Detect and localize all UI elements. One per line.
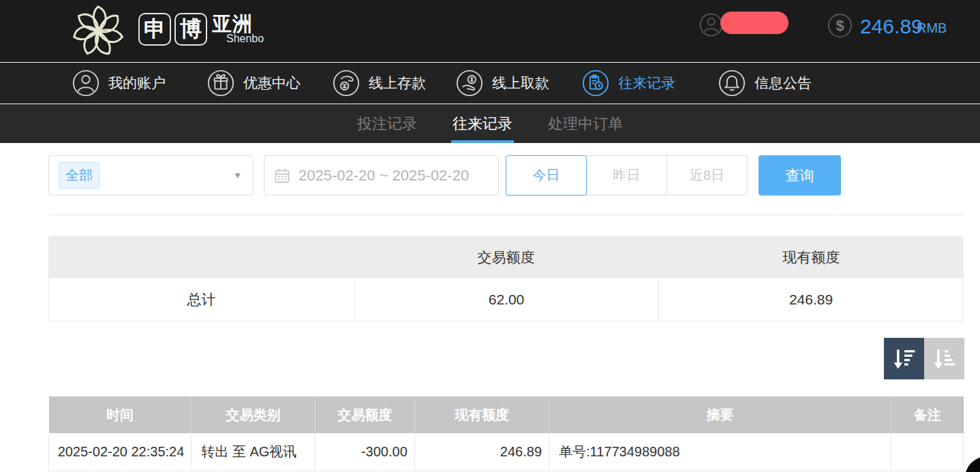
balance-dollar-icon: $ xyxy=(828,14,852,37)
range-yesterday-button[interactable]: 昨日 xyxy=(586,155,667,195)
summary-header-empty xyxy=(48,236,354,278)
cell-time: 2025-02-20 22:35:24 xyxy=(49,433,192,471)
search-button[interactable]: 查询 xyxy=(759,155,841,195)
table-row: 2025-02-20 22:35:24 转出 至 AG视讯 -300.00 24… xyxy=(49,433,964,471)
withdraw-icon xyxy=(455,69,484,97)
tab-betting-records[interactable]: 投注记录 xyxy=(356,104,418,143)
sort-descending-icon xyxy=(892,346,917,372)
col-remark: 备注 xyxy=(891,396,963,433)
date-range-value: 2025-02-20 ~ 2025-02-20 xyxy=(298,167,469,185)
cell-balance: 246.89 xyxy=(414,433,549,471)
summary-balance-total: 246.89 xyxy=(658,278,963,321)
nav-label: 线上存款 xyxy=(369,74,426,93)
brand-flower-icon[interactable] xyxy=(68,2,128,61)
nav-item-promotions[interactable]: 优惠中心 xyxy=(206,63,301,104)
sort-descending-button[interactable] xyxy=(884,338,924,379)
col-type: 交易类别 xyxy=(192,396,315,433)
summary-total-label: 总计 xyxy=(49,278,354,321)
balance-amount[interactable]: 246.89 xyxy=(860,15,923,38)
nav-label: 我的账户 xyxy=(108,74,166,93)
user-icon xyxy=(72,69,100,97)
balance-currency: RMB xyxy=(917,20,947,36)
brand-latin: Shenbo xyxy=(226,33,264,45)
nav-item-my-account[interactable]: 我的账户 xyxy=(72,63,166,104)
record-tabs: 投注记录 往来记录 处理中订单 xyxy=(0,104,980,143)
range-last8days-button[interactable]: 近8日 xyxy=(667,155,748,195)
divider xyxy=(48,215,964,215)
cell-summary: 单号:117734989088 xyxy=(549,433,891,471)
tab-transaction-records[interactable]: 往来记录 xyxy=(451,104,514,143)
date-range-input[interactable]: 2025-02-20 ~ 2025-02-20 xyxy=(264,155,499,195)
quick-range-group: 今日 昨日 近8日 xyxy=(506,155,748,195)
col-balance: 现有额度 xyxy=(414,396,549,433)
col-time: 时间 xyxy=(49,396,192,433)
calendar-icon xyxy=(274,168,290,184)
nav-item-deposit[interactable]: 线上存款 xyxy=(332,63,426,104)
gift-icon xyxy=(206,69,235,97)
brand-char-1: 申 xyxy=(138,13,171,46)
summary-header-row: 交易额度 现有额度 xyxy=(48,236,964,278)
nav-label: 信息公告 xyxy=(754,74,812,93)
type-filter-selected-chip[interactable]: 全部 xyxy=(59,162,99,189)
username-redacted-pill[interactable] xyxy=(720,12,788,34)
cell-type: 转出 至 AG视讯 xyxy=(192,433,315,471)
records-table: 时间 交易类别 交易额度 现有额度 摘要 备注 2025-02-20 22:35… xyxy=(48,396,964,471)
col-amount: 交易额度 xyxy=(315,396,414,433)
range-today-button[interactable]: 今日 xyxy=(506,155,587,195)
summary-header-transaction: 交易额度 xyxy=(354,236,659,278)
page: 申 博 亚洲 Shenbo $ 246.89 RMB 我的账户 xyxy=(0,0,980,472)
nav-item-transaction-records[interactable]: 往来记录 xyxy=(581,63,675,104)
deposit-icon xyxy=(332,69,361,97)
nav-label: 线上取款 xyxy=(492,74,549,93)
bell-icon xyxy=(718,69,746,97)
type-filter-select[interactable]: 全部 ▼ xyxy=(48,155,254,195)
nav-item-announcements[interactable]: 信息公告 xyxy=(718,63,812,104)
nav-label: 往来记录 xyxy=(618,74,675,93)
tab-pending-orders[interactable]: 处理中订单 xyxy=(547,104,624,143)
corner-widget-button[interactable] xyxy=(965,456,980,472)
cell-amount: -300.00 xyxy=(315,433,414,471)
main-nav: 我的账户 优惠中心 xyxy=(0,63,980,104)
sort-controls xyxy=(884,338,964,379)
nav-item-withdraw[interactable]: 线上取款 xyxy=(455,63,549,104)
summary-header-balance: 现有额度 xyxy=(658,236,964,278)
dollar-glyph: $ xyxy=(836,17,844,35)
filter-row: 全部 ▼ 2025-02-20 ~ 2025-02-20 今日 昨日 xyxy=(0,155,980,195)
top-header: 申 博 亚洲 Shenbo $ 246.89 RMB xyxy=(0,0,980,62)
records-icon xyxy=(581,69,610,97)
sort-ascending-icon xyxy=(932,346,957,372)
records-header-row: 时间 交易类别 交易额度 现有额度 摘要 备注 xyxy=(49,396,964,433)
brand-char-2: 博 xyxy=(174,13,207,46)
summary-total-row: 总计 62.00 246.89 xyxy=(48,278,964,321)
sort-ascending-button[interactable] xyxy=(924,338,964,379)
chevron-down-icon: ▼ xyxy=(233,170,242,180)
summary-table: 交易额度 现有额度 总计 62.00 246.89 xyxy=(48,236,964,321)
summary-transaction-total: 62.00 xyxy=(354,278,658,321)
col-summary: 摘要 xyxy=(549,396,891,433)
nav-label: 优惠中心 xyxy=(243,74,301,93)
cell-remark xyxy=(891,433,963,471)
